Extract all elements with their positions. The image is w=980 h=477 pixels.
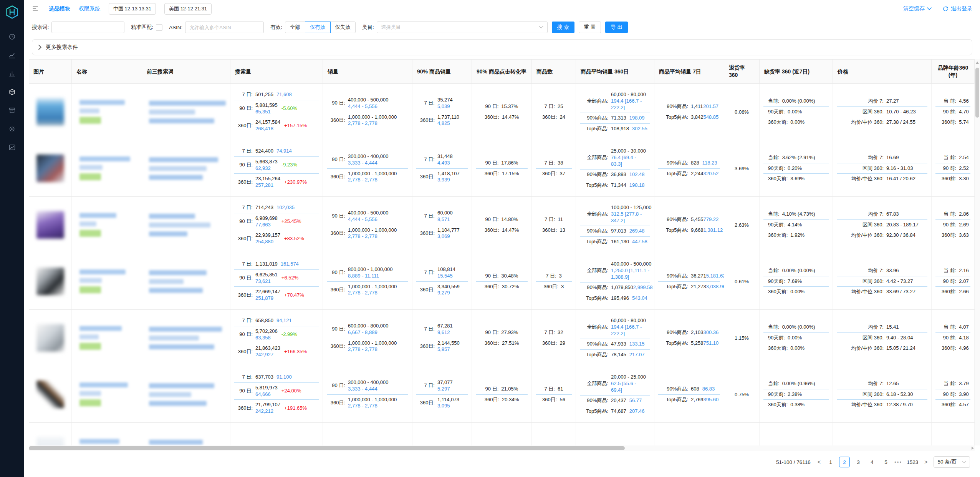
table-cell: 90 日:17.86%360日:17.15% xyxy=(472,140,532,196)
product-image[interactable] xyxy=(36,211,64,239)
collapse-sidebar-icon[interactable] xyxy=(32,5,39,12)
value-black: 31,448 xyxy=(437,153,453,160)
page-number[interactable]: 4 xyxy=(867,457,877,467)
value-black: 3,842 xyxy=(691,114,704,121)
subrow-label: 当前: xyxy=(768,324,780,331)
vertical-scrollbar-thumb[interactable] xyxy=(975,68,979,118)
value-black: 2.38% xyxy=(788,391,802,398)
value-black: 32 xyxy=(558,329,563,336)
redacted-text xyxy=(79,165,103,170)
value-black: 20,437 xyxy=(611,397,626,404)
subrow-label: 当 前: xyxy=(937,211,956,218)
top-keywords-redacted xyxy=(146,327,226,349)
value-black: 2.86 xyxy=(959,211,968,218)
product-image[interactable] xyxy=(36,324,64,352)
cell-subrow: 区间 360:9.40 - 28.04 xyxy=(837,333,927,344)
horizontal-scrollbar-thumb[interactable] xyxy=(29,446,625,450)
value-black: 30.48% xyxy=(501,273,518,279)
subrow-label: 区间 360: xyxy=(838,165,884,172)
search-button[interactable]: 搜 索 xyxy=(552,22,574,33)
product-image[interactable] xyxy=(36,437,64,445)
sidebar-item-bar-chart[interactable] xyxy=(0,65,24,83)
redacted-text xyxy=(79,439,119,444)
valid-option[interactable]: 全部 xyxy=(285,22,305,33)
logout-button[interactable]: 退出登录 xyxy=(942,5,972,12)
page-size-select[interactable]: 50 条/页 xyxy=(934,456,970,468)
cell-subrow: 360日:21,799,107242,212+191.65% xyxy=(234,400,319,417)
exact-match-checkbox[interactable] xyxy=(156,24,162,31)
sidebar-item-stats[interactable] xyxy=(0,139,24,157)
cell-subrow: 90 日:21.05% xyxy=(476,384,528,395)
table-cell: 均价 7:16.69区间 360:9.16 - 31.03均价/中位 360:1… xyxy=(833,140,932,196)
value-blue: 268,418 xyxy=(255,126,280,132)
value-black: 27.51% xyxy=(502,340,519,347)
value-black: 36,271 xyxy=(691,273,706,279)
keyword-input[interactable] xyxy=(51,22,124,33)
value-blue: 2,778 - 2,778 xyxy=(348,346,397,353)
sidebar-item-archive[interactable] xyxy=(0,102,24,120)
value-blue: 56.77 xyxy=(629,397,642,404)
clear-cache-dropdown[interactable]: 清空缓存 xyxy=(903,5,932,12)
asin-input[interactable] xyxy=(185,22,264,33)
horizontal-scrollbar xyxy=(29,445,975,451)
value-percent: -9.23% xyxy=(281,162,297,168)
export-button[interactable]: 导 出 xyxy=(605,22,628,33)
value-black: 17.15% xyxy=(502,171,519,177)
sidebar-item-clock[interactable] xyxy=(0,28,24,47)
subrow-label: 当前: xyxy=(768,268,780,274)
valid-option[interactable]: 仅失效 xyxy=(330,22,356,33)
subrow-label: 当前: xyxy=(768,211,780,218)
value-blue: 91,100 xyxy=(276,374,292,381)
reset-button[interactable]: 重 置 xyxy=(579,22,601,33)
page-number[interactable]: 1523 xyxy=(905,457,920,467)
valid-option[interactable]: 仅有效 xyxy=(305,22,331,33)
page-number[interactable]: 5 xyxy=(881,457,891,467)
table-cell xyxy=(29,140,72,196)
scroll-right-arrow[interactable] xyxy=(972,447,974,450)
subrow-label: 90 日: xyxy=(485,103,499,110)
page-number[interactable]: 2 xyxy=(839,457,850,467)
cell-subrow: 90天前:0.00% xyxy=(763,107,829,118)
page-ellipsis[interactable]: ••• xyxy=(894,459,902,465)
column-header: 图片 xyxy=(29,60,72,83)
next-page-button[interactable]: > xyxy=(923,459,929,465)
more-conditions-toggle[interactable]: 更多搜索条件 xyxy=(32,39,972,55)
page-number[interactable]: 1 xyxy=(825,457,836,467)
us-time-chip[interactable]: 美国 12-12 21:31 xyxy=(164,3,212,15)
value-black: 3 xyxy=(561,284,564,290)
cell-subrow: 90 前:4.70 xyxy=(935,107,970,118)
product-image[interactable] xyxy=(36,381,64,408)
table-cell: 0.61% xyxy=(724,253,760,309)
subrow-label: 360日: xyxy=(236,123,253,129)
tab-product-module[interactable]: 选品模块 xyxy=(49,5,70,12)
sidebar-item-gear[interactable] xyxy=(0,120,24,139)
table-cell: 7 日:637,70391,10090 日:5,819,97364,666+24… xyxy=(230,366,323,422)
product-image[interactable] xyxy=(36,268,64,295)
tab-permission-system[interactable]: 权限系统 xyxy=(79,5,100,12)
category-select[interactable]: 选择类目 xyxy=(377,22,548,33)
sidebar-item-trend[interactable] xyxy=(0,47,24,65)
prev-page-button[interactable]: < xyxy=(816,459,822,465)
value-blue: 9,279 xyxy=(437,290,460,296)
value-black: 4.18 xyxy=(959,335,968,341)
cell-subrow: 360前:3.30 xyxy=(935,174,970,184)
table-cell xyxy=(142,253,230,309)
value-black: 400,000 - 500,000 xyxy=(611,261,652,268)
china-time-chip[interactable]: 中国 12-13 13:31 xyxy=(109,3,156,15)
subrow-label: 均价 7: xyxy=(838,211,884,218)
subrow-label: 7 日: xyxy=(236,204,253,211)
cell-subrow: 均价 7:27.27 xyxy=(837,96,927,107)
value-blue: 4,444 - 5,556 xyxy=(348,216,389,223)
product-image[interactable] xyxy=(36,155,64,182)
table-cell: 当 前:3.7990 前:3.90360前:4.57 xyxy=(932,366,975,422)
sidebar-item-cube[interactable] xyxy=(0,83,24,102)
subrow-label: Top5商品: xyxy=(660,171,688,177)
table-cell xyxy=(932,423,975,445)
scroll-up-arrow[interactable] xyxy=(976,61,979,64)
value-black: 800,000 - 1,000,000 xyxy=(348,266,392,273)
cell-subrow: 7 日:38 xyxy=(536,158,572,169)
cell-subrow: 360日:20.34% xyxy=(476,395,528,405)
cell-subrow: 90%商品:1,411201.57 xyxy=(658,101,720,112)
page-number[interactable]: 3 xyxy=(853,457,864,467)
product-image[interactable] xyxy=(36,98,64,126)
